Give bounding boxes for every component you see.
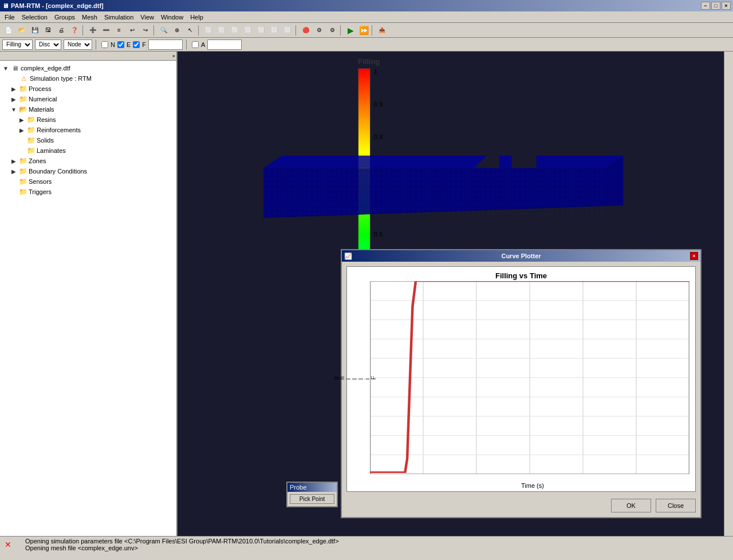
tb-save[interactable]: 💾 xyxy=(29,24,41,37)
tree-root-label: complex_edge.dtf xyxy=(21,65,70,72)
tree-zones[interactable]: ▶ 📁 Zones xyxy=(2,156,174,166)
tb-help[interactable]: ❓ xyxy=(68,24,81,37)
folder-icon-triggers: 📁 xyxy=(18,187,27,196)
tb-view1[interactable]: ⬜ xyxy=(202,24,215,37)
reinforcements-expand[interactable]: ▶ xyxy=(18,127,25,133)
resins-expand[interactable]: ▶ xyxy=(18,116,25,123)
svg-marker-1 xyxy=(263,156,623,168)
close-button[interactable]: × xyxy=(722,2,731,10)
menu-selection[interactable]: Selection xyxy=(18,13,51,22)
tree-materials[interactable]: ▼ 📂 Materials xyxy=(2,104,174,115)
checkbox-n[interactable] xyxy=(101,41,108,48)
process-expand[interactable]: ▶ xyxy=(10,85,17,92)
tb-view2[interactable]: ⬜ xyxy=(215,24,228,37)
tb-view4[interactable]: ⬜ xyxy=(242,24,254,37)
checkbox-f[interactable] xyxy=(133,41,140,48)
tb-play[interactable]: ▶ xyxy=(344,24,357,37)
node-dropdown[interactable]: Node xyxy=(64,40,92,50)
tree-reinforcements[interactable]: ▶ 📁 Reinforcements xyxy=(2,125,174,135)
tb-fast[interactable]: ⏩ xyxy=(357,24,370,37)
folder-icon-reinforcements: 📁 xyxy=(26,125,36,135)
pick-point-button[interactable]: Pick Point xyxy=(290,494,334,504)
ok-button[interactable]: OK xyxy=(611,499,651,512)
menu-window[interactable]: Window xyxy=(157,13,187,22)
numerical-expand[interactable]: ▶ xyxy=(10,96,17,102)
tb-target[interactable]: ⊕ xyxy=(171,24,183,37)
folder-icon-process: 📁 xyxy=(18,84,27,93)
tree-numerical[interactable]: ▶ 📁 Numerical xyxy=(2,94,174,104)
materials-expand[interactable]: ▼ xyxy=(10,106,17,113)
tree-triggers[interactable]: ▶ 📁 Triggers xyxy=(2,187,174,197)
app-icon: 🖥 xyxy=(2,2,9,9)
tree-numerical-label: Numerical xyxy=(29,96,57,102)
tb-save2[interactable]: 🖫 xyxy=(42,24,54,37)
sim-type-label: Simulation type : RTM xyxy=(30,75,92,82)
chart-title: Filling vs Time xyxy=(347,271,695,280)
tree-solids[interactable]: ▶ 📁 Solids xyxy=(2,135,174,145)
tb-open[interactable]: 📂 xyxy=(15,24,28,37)
tb-sim2[interactable]: ⚙ xyxy=(313,24,325,37)
panel-close[interactable]: × xyxy=(172,53,175,59)
tb-print[interactable]: 🖨 xyxy=(55,24,68,37)
chart-svg: 1.00.90.80.70.60.50.40.30.20.10.00510152… xyxy=(370,281,689,474)
tree-process-label: Process xyxy=(29,85,52,92)
tb-redo[interactable]: ↪ xyxy=(139,24,152,37)
tree-laminates[interactable]: ▶ 📁 Laminates xyxy=(2,145,174,156)
close-dialog-button[interactable]: Close xyxy=(656,499,696,512)
tree-root[interactable]: ▼ 🖥 complex_edge.dtf xyxy=(2,63,174,73)
tb-view7[interactable]: ⬜ xyxy=(281,24,294,37)
filter-input2[interactable] xyxy=(207,40,242,50)
checkbox-e[interactable] xyxy=(117,41,124,48)
tb-add[interactable]: ➕ xyxy=(86,24,99,37)
tb-list[interactable]: ≡ xyxy=(113,24,125,37)
minimize-button[interactable]: − xyxy=(701,2,710,10)
tree-resins-label: Resins xyxy=(37,116,56,123)
root-expand[interactable]: ▼ xyxy=(2,65,9,72)
filter-input[interactable] xyxy=(148,40,183,50)
menu-mesh[interactable]: Mesh xyxy=(78,13,101,22)
left-panel: × ▼ 🖥 complex_edge.dtf ⚠ Simulation type… xyxy=(0,52,178,536)
tb-undo[interactable]: ↩ xyxy=(126,24,139,37)
bc-expand[interactable]: ▶ xyxy=(10,168,17,175)
curve-plotter-buttons: OK Close xyxy=(342,496,700,517)
tree-boundary-conditions[interactable]: ▶ 📁 Boundary Conditions xyxy=(2,166,174,176)
tb-zoom[interactable]: 🔍 xyxy=(157,24,170,37)
filling-dropdown[interactable]: Filling xyxy=(2,40,33,50)
scrollbar-vertical[interactable] xyxy=(724,52,733,536)
menu-help[interactable]: Help xyxy=(187,13,207,22)
tree-resins[interactable]: ▶ 📁 Resins xyxy=(2,115,174,125)
tree-laminates-label: Laminates xyxy=(37,147,66,154)
menu-simulation[interactable]: Simulation xyxy=(101,13,137,22)
tb-cursor[interactable]: ↖ xyxy=(184,24,196,37)
sep-ctrl xyxy=(96,40,98,50)
curve-plotter-close-button[interactable]: × xyxy=(690,252,698,260)
tb-view6[interactable]: ⬜ xyxy=(268,24,281,37)
tb-sub[interactable]: ➖ xyxy=(100,24,112,37)
tb-sim3[interactable]: ⚙ xyxy=(326,24,338,37)
sep6 xyxy=(372,25,374,36)
title-text: 🖥 PAM-RTM - [complex_edge.dtf] xyxy=(2,2,104,9)
menu-view[interactable]: View xyxy=(137,13,157,22)
maximize-button[interactable]: □ xyxy=(711,2,720,10)
label-f: F xyxy=(142,41,146,48)
disc-dropdown[interactable]: Disc xyxy=(35,40,61,50)
curve-plotter-icon: 📈 xyxy=(344,253,352,260)
checkbox-a[interactable] xyxy=(192,41,199,48)
menu-file[interactable]: File xyxy=(1,13,18,22)
tb-export[interactable]: 📤 xyxy=(376,24,388,37)
x-axis-label: Time (s) xyxy=(521,482,544,489)
tree-sensors[interactable]: ▶ 📁 Sensors xyxy=(2,176,174,187)
tb-view5[interactable]: ⬜ xyxy=(255,24,267,37)
label-a: A xyxy=(201,41,205,48)
menu-groups[interactable]: Groups xyxy=(51,13,78,22)
folder-icon-numerical: 📁 xyxy=(18,94,27,104)
3d-model xyxy=(263,109,636,252)
folder-icon-laminates: 📁 xyxy=(26,146,36,155)
tb-new[interactable]: 📄 xyxy=(2,24,15,37)
tb-sim1[interactable]: 🔴 xyxy=(299,24,312,37)
zones-expand[interactable]: ▶ xyxy=(10,157,17,164)
curve-plotter-label: Curve Plotter xyxy=(501,253,541,259)
tree-process[interactable]: ▶ 📁 Process xyxy=(2,84,174,94)
tree-triggers-label: Triggers xyxy=(29,188,52,195)
tb-view3[interactable]: ⬜ xyxy=(228,24,241,37)
